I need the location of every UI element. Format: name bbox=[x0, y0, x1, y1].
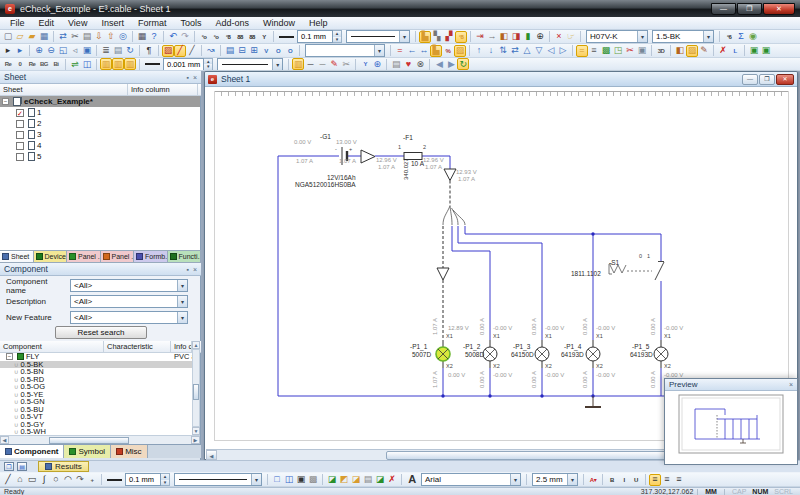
wire-left-icon[interactable]: ← bbox=[406, 45, 418, 57]
zoom-frame-3-icon[interactable]: ▣ bbox=[295, 474, 307, 486]
cut-icon[interactable]: ✂ bbox=[69, 31, 81, 43]
green-a-icon[interactable]: ▣ bbox=[748, 45, 760, 57]
column-header-info-column[interactable]: Info column bbox=[128, 84, 198, 95]
harness-left-icon[interactable]: ◁ bbox=[545, 45, 557, 57]
table-view-icon[interactable]: ⊞ bbox=[248, 45, 260, 57]
align-center-icon[interactable]: ≡ bbox=[661, 474, 673, 486]
device-search-icon[interactable]: ◉ bbox=[747, 31, 759, 43]
three-d-icon[interactable]: 3D bbox=[655, 45, 667, 57]
export-icon[interactable]: ⇧ bbox=[105, 31, 117, 43]
component-row-0-5-vt[interactable]: ∪0.5-VT bbox=[0, 413, 192, 421]
zoom-all-icon[interactable]: ▣ bbox=[81, 45, 93, 57]
harness-pair-icon[interactable]: ⇄ bbox=[509, 45, 521, 57]
battery-check-icon[interactable]: ▮ bbox=[522, 31, 534, 43]
tool-plug-delete-icon[interactable]: ▞ bbox=[443, 31, 455, 43]
dock-tab-functi[interactable]: Functi... bbox=[168, 251, 202, 262]
chevron-down-icon[interactable]: ▾ bbox=[399, 31, 409, 42]
chevron-down-icon[interactable]: ▾ bbox=[374, 45, 384, 56]
rename-1-icon[interactable]: Re bbox=[2, 58, 14, 70]
pen-red-icon[interactable]: ✎ bbox=[328, 58, 340, 70]
lower-tab-misc[interactable]: Misc bbox=[111, 445, 147, 458]
sheet-row-4[interactable]: 4 bbox=[0, 140, 200, 151]
component-row-0-5-wh[interactable]: ∪0.5-WH bbox=[0, 428, 192, 435]
dock-tab-devices[interactable]: Devices bbox=[34, 251, 68, 262]
bus-d-icon[interactable]: ▥ bbox=[292, 58, 304, 70]
scroll-down-icon[interactable]: ▼ bbox=[192, 427, 200, 435]
draw-polygon-icon[interactable]: ⌂ bbox=[14, 474, 26, 486]
folder-icon[interactable]: ▰ bbox=[26, 31, 38, 43]
scroll-left-icon[interactable]: ◀ bbox=[0, 436, 9, 444]
chevron-down-icon[interactable]: ▾ bbox=[177, 296, 187, 307]
database-icon[interactable]: ◫ bbox=[81, 58, 93, 70]
connector-symbol-2-icon[interactable]: °o bbox=[210, 31, 222, 43]
expander-icon[interactable]: − bbox=[2, 98, 9, 105]
draw-line-width-widget[interactable]: 0.1 mm▴▾ bbox=[107, 473, 170, 486]
harness-right-icon[interactable]: ▷ bbox=[557, 45, 569, 57]
menu-insert[interactable]: Insert bbox=[94, 18, 131, 28]
rename-2-icon[interactable]: 0 bbox=[14, 58, 26, 70]
scroll-up-icon[interactable]: ▲ bbox=[192, 341, 200, 349]
text-tool-a-icon[interactable]: A bbox=[405, 474, 419, 486]
chevron-down-icon[interactable]: ▾ bbox=[272, 59, 282, 70]
check-broken-icon[interactable]: ♥ bbox=[402, 58, 414, 70]
pan-icon[interactable]: ☞ bbox=[565, 31, 577, 43]
component-row-0-5-bn[interactable]: ∪0.5-BN bbox=[0, 368, 192, 376]
sheet-checkbox-1[interactable]: ✓ bbox=[16, 109, 24, 117]
component-hscrollbar[interactable]: ◀ ▶ bbox=[0, 435, 200, 444]
zoom-frame-2-icon[interactable]: ◫ bbox=[283, 474, 295, 486]
component-row-0-5-gy[interactable]: ∪0.5-GY bbox=[0, 421, 192, 429]
sheet-copy-icon[interactable]: ▤ bbox=[112, 45, 124, 57]
spin-down-icon[interactable]: ▾ bbox=[161, 480, 169, 486]
draw-circle-icon[interactable]: ○ bbox=[50, 474, 62, 486]
lower-tab-symbol[interactable]: Symbol bbox=[64, 445, 111, 458]
close-icon[interactable]: × bbox=[789, 381, 793, 388]
component-row-0-5-rd[interactable]: ∪0.5-RD bbox=[0, 376, 192, 384]
bold-icon[interactable]: B bbox=[606, 474, 618, 486]
draw-line-icon[interactable]: ╱ bbox=[2, 474, 14, 486]
sheet-checkbox-5[interactable] bbox=[16, 153, 24, 161]
underline-icon[interactable]: U bbox=[630, 474, 642, 486]
sheet-window-titlebar[interactable]: e Sheet 1 — ❐ ✕ bbox=[205, 72, 797, 87]
pin-grid-1-icon[interactable]: 88 bbox=[234, 31, 246, 43]
italic-icon[interactable]: I bbox=[618, 474, 630, 486]
door-out-icon[interactable]: ◨ bbox=[510, 31, 522, 43]
line-width-widget[interactable]: 0.1 mm▴▾ bbox=[279, 30, 342, 43]
nav-forward-icon[interactable]: ▶ bbox=[445, 58, 457, 70]
select-zoom-icon[interactable]: ▸ bbox=[14, 45, 26, 57]
nav-back-icon[interactable]: ◀ bbox=[433, 58, 445, 70]
rename-3-icon[interactable]: Re bbox=[26, 58, 38, 70]
sheet-list-icon[interactable]: ≣ bbox=[100, 45, 112, 57]
sheet-row-2[interactable]: 2 bbox=[0, 118, 200, 129]
wire-number-icon[interactable]: °6 bbox=[723, 31, 735, 43]
menu-window[interactable]: Window bbox=[256, 18, 302, 28]
wire-pct-icon[interactable]: % bbox=[442, 45, 454, 57]
sheet-row-1[interactable]: ✓1 bbox=[0, 107, 200, 118]
expander-icon[interactable]: − bbox=[6, 353, 13, 360]
door-in-icon[interactable]: ◧ bbox=[498, 31, 510, 43]
component-scrollbar[interactable] bbox=[192, 349, 200, 427]
dock-tab-panel[interactable]: Panel ... bbox=[101, 251, 135, 262]
dash-2-icon[interactable]: — bbox=[316, 58, 328, 70]
hl-pen-5-icon[interactable]: ◪ bbox=[374, 474, 386, 486]
close-button[interactable]: ✕ bbox=[776, 74, 794, 85]
bus-c-icon[interactable]: ▥ bbox=[124, 58, 136, 70]
panel-grid-icon[interactable]: ▨ bbox=[686, 45, 698, 57]
component-row-0-5-bu[interactable]: ∪0.5-BU bbox=[0, 406, 192, 414]
align-right-icon[interactable]: ≡ bbox=[673, 474, 685, 486]
compare-green-icon[interactable]: ⇌ bbox=[69, 58, 81, 70]
scrollbar-thumb[interactable] bbox=[193, 384, 199, 400]
rename-4-icon[interactable]: BG bbox=[38, 58, 50, 70]
wire-type-combo[interactable]: H07V-K▾ bbox=[586, 30, 648, 43]
wire-spec-combo[interactable]: 1.5-BK▾ bbox=[652, 30, 714, 43]
sheet-row-3[interactable]: 3 bbox=[0, 129, 200, 140]
chevron-down-icon[interactable]: ▾ bbox=[567, 474, 577, 485]
wire-fill-icon[interactable]: ▨ bbox=[454, 45, 466, 57]
scrollbar-thumb[interactable] bbox=[386, 451, 676, 460]
rename-5-icon[interactable]: Bi bbox=[50, 58, 62, 70]
connector-symbol-3-icon[interactable]: °8 bbox=[222, 31, 234, 43]
hl-pen-4-icon[interactable]: ▤ bbox=[362, 474, 374, 486]
minimize-button[interactable]: — bbox=[711, 3, 736, 15]
component-panel-titlebar[interactable]: Component ▪× bbox=[0, 263, 201, 276]
menu-view[interactable]: View bbox=[61, 18, 94, 28]
jump-icon[interactable]: → bbox=[486, 31, 498, 43]
